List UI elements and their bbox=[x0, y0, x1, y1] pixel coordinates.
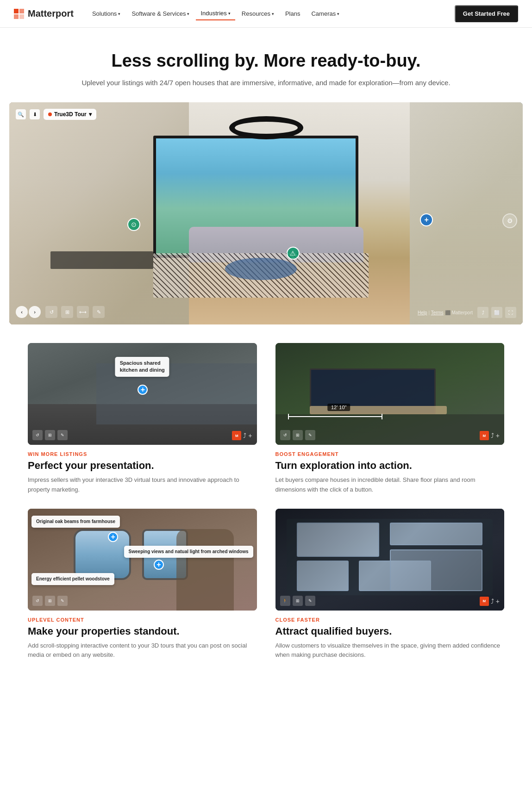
search-button[interactable]: 🔍 bbox=[16, 109, 26, 119]
feature-desc-engagement: Let buyers compare houses in incredible … bbox=[275, 475, 505, 495]
edit-icon[interactable]: ✎ bbox=[57, 430, 68, 440]
tour-controls-top: 🔍 ⬇ True3D Tour ▾ bbox=[16, 109, 96, 120]
layers-icon[interactable]: ⊞ bbox=[293, 430, 303, 440]
feature-title-content: Make your properties standout. bbox=[28, 625, 257, 637]
get-started-button[interactable]: Get Started Free bbox=[455, 5, 518, 22]
chevron-down-icon: ▾ bbox=[89, 111, 92, 118]
card-icons-4: 🚶 ⊞ ✎ bbox=[280, 596, 315, 606]
features-grid: Spacious sharedkitchen and dining + ↺ ⊞ … bbox=[0, 324, 532, 679]
feature-desc-buyers: Allow customers to visualize themselves … bbox=[275, 641, 505, 661]
rotate-icon[interactable]: ↺ bbox=[32, 596, 43, 606]
svg-rect-2 bbox=[14, 14, 19, 19]
edit-icon[interactable]: ✎ bbox=[305, 430, 315, 440]
tour-viewer[interactable]: ⊙ ⚠ + ⚙ 🔍 ⬇ True3D Tour ▾ ‹ › ↺ ⊞ ⟷ ✎ He… bbox=[9, 102, 523, 324]
settings-hotspot[interactable]: ⚙ bbox=[502, 213, 517, 228]
hero-section: Less scrolling by. More ready-to-buy. Up… bbox=[0, 28, 532, 102]
measure-icon[interactable]: ⟷ bbox=[77, 306, 89, 318]
tour-controls-right: Help | Terms ⬛ Matterport ⤴ ⬜ ⛶ bbox=[418, 307, 516, 318]
rotate-icon[interactable]: ↺ bbox=[45, 306, 57, 318]
chevron-down-icon: ▾ bbox=[118, 12, 120, 16]
download-button[interactable]: ⬇ bbox=[30, 109, 40, 119]
feature-image-content: Original oak beams from farmhouse Sweepi… bbox=[28, 509, 257, 611]
logo-text: Matterport bbox=[28, 8, 74, 19]
share-icon-2[interactable]: ⤴ + bbox=[491, 432, 500, 439]
mp-badge-4: M ⤴ + bbox=[480, 597, 500, 606]
right-icons: ⤴ ⬜ ⛶ bbox=[477, 307, 516, 318]
svg-rect-3 bbox=[19, 14, 24, 19]
annotation-kitchen: Spacious sharedkitchen and dining bbox=[115, 357, 169, 377]
mp-logo-4: M bbox=[480, 597, 489, 606]
next-button[interactable]: › bbox=[29, 306, 41, 318]
feature-tag-content: UPLEVEL CONTENT bbox=[28, 617, 257, 623]
svg-rect-0 bbox=[14, 9, 19, 13]
feature-desc-listings: Impress sellers with your interactive 3D… bbox=[28, 475, 257, 495]
chevron-down-icon: ▾ bbox=[228, 11, 231, 16]
tour-controls-bottom: ‹ › ↺ ⊞ ⟷ ✎ bbox=[16, 306, 105, 318]
annotation-stove: Energy efficient pellet woodstove bbox=[31, 573, 114, 585]
hotspot-green[interactable]: ⊙ bbox=[127, 218, 140, 231]
plus-hotspot-2[interactable]: + bbox=[108, 532, 118, 542]
feature-image-listings: Spacious sharedkitchen and dining + ↺ ⊞ … bbox=[28, 343, 257, 445]
feature-title-engagement: Turn exploration into action. bbox=[275, 460, 505, 472]
edit-icon[interactable]: ✎ bbox=[93, 306, 105, 318]
chevron-down-icon: ▾ bbox=[337, 12, 339, 16]
feature-title-listings: Perfect your presentation. bbox=[28, 460, 257, 472]
chevron-down-icon: ▾ bbox=[272, 12, 274, 16]
layers-icon[interactable]: ⊞ bbox=[45, 430, 55, 440]
mp-badge-2: M ⤴ + bbox=[480, 431, 500, 440]
feature-card-buyers: 🚶 ⊞ ✎ M ⤴ + CLOSE FASTER Attract qualifi… bbox=[275, 509, 505, 661]
nav-item-cameras[interactable]: Cameras ▾ bbox=[307, 7, 344, 20]
vr-icon[interactable]: ⬜ bbox=[491, 307, 502, 318]
walk-icon[interactable]: 🚶 bbox=[280, 596, 290, 606]
annotation-beams: Original oak beams from farmhouse bbox=[31, 516, 120, 528]
hotspot-green2[interactable]: ⚠ bbox=[287, 247, 300, 260]
share-icon[interactable]: ⤴ + bbox=[243, 432, 252, 439]
share-icon[interactable]: ⤴ bbox=[477, 307, 488, 318]
layers-icon-2[interactable]: ⊞ bbox=[293, 596, 303, 606]
nav-items: Solutions ▾ Software & Services ▾ Indust… bbox=[88, 7, 455, 20]
feature-desc-content: Add scroll-stopping interactive content … bbox=[28, 641, 257, 661]
plus-hotspot-3[interactable]: + bbox=[154, 560, 164, 570]
nav-item-software[interactable]: Software & Services ▾ bbox=[127, 7, 194, 20]
feature-card-listings: Spacious sharedkitchen and dining + ↺ ⊞ … bbox=[28, 343, 257, 495]
hero-title: Less scrolling by. More ready-to-buy. bbox=[9, 51, 523, 71]
nav-item-industries[interactable]: Industries ▾ bbox=[196, 7, 235, 20]
feature-tag-listings: WIN MORE LISTINGS bbox=[28, 451, 257, 457]
edit-icon-2[interactable]: ✎ bbox=[305, 596, 315, 606]
svg-rect-1 bbox=[19, 9, 24, 13]
card-icons-1: ↺ ⊞ ✎ bbox=[32, 430, 68, 440]
annotation-views: Sweeping views and natual light from arc… bbox=[124, 546, 253, 558]
navigation: Matterport Solutions ▾ Software & Servic… bbox=[0, 0, 532, 28]
nav-item-plans[interactable]: Plans bbox=[281, 7, 305, 20]
layers-icon[interactable]: ⊞ bbox=[45, 596, 55, 606]
layers-icon[interactable]: ⊞ bbox=[61, 306, 73, 318]
nav-item-resources[interactable]: Resources ▾ bbox=[237, 7, 279, 20]
feature-title-buyers: Attract qualified buyers. bbox=[275, 625, 505, 637]
feature-card-content: Original oak beams from farmhouse Sweepi… bbox=[28, 509, 257, 661]
help-text: Help | Terms ⬛ Matterport bbox=[418, 310, 473, 315]
fullscreen-icon[interactable]: ⛶ bbox=[505, 307, 516, 318]
nav-item-solutions[interactable]: Solutions ▾ bbox=[88, 7, 125, 20]
rotate-icon[interactable]: ↺ bbox=[280, 430, 290, 440]
hotspot-circle[interactable]: + bbox=[420, 213, 433, 226]
measure-line: 12' 10" bbox=[288, 414, 390, 419]
mp-logo-2: M bbox=[480, 431, 489, 440]
logo[interactable]: Matterport bbox=[14, 8, 74, 19]
mp-badge-1: M ⤴ + bbox=[232, 431, 252, 440]
chevron-down-icon: ▾ bbox=[187, 12, 189, 16]
nav-arrows: ‹ › bbox=[16, 306, 41, 318]
feature-image-engagement: 12' 10" ↺ ⊞ ✎ M ⤴ + bbox=[275, 343, 505, 445]
hero-subtitle: Uplevel your listings with 24/7 open hou… bbox=[9, 77, 523, 88]
rotate-icon[interactable]: ↺ bbox=[32, 430, 43, 440]
share-icon-4[interactable]: ⤴ + bbox=[491, 598, 500, 605]
card-icons-2: ↺ ⊞ ✎ bbox=[280, 430, 315, 440]
edit-icon[interactable]: ✎ bbox=[57, 596, 68, 606]
feature-card-engagement: 12' 10" ↺ ⊞ ✎ M ⤴ + BOOST ENGAGEMENT Tur… bbox=[275, 343, 505, 495]
feature-tag-buyers: CLOSE FASTER bbox=[275, 617, 505, 623]
prev-button[interactable]: ‹ bbox=[16, 306, 28, 318]
mp-logo: M bbox=[232, 431, 241, 440]
feature-tag-engagement: BOOST ENGAGEMENT bbox=[275, 451, 505, 457]
tour-badge[interactable]: True3D Tour ▾ bbox=[44, 109, 96, 120]
feature-image-buyers: 🚶 ⊞ ✎ M ⤴ + bbox=[275, 509, 505, 611]
tour-image: ⊙ ⚠ + ⚙ bbox=[9, 102, 523, 324]
